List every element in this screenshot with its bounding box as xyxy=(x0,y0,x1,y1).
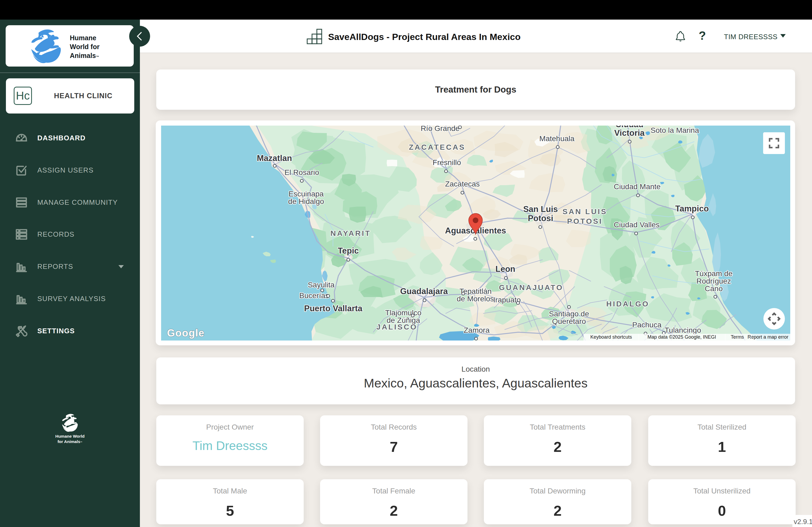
svg-text:Túxpam de: Túxpam de xyxy=(695,269,733,278)
svg-text:Cano: Cano xyxy=(705,284,723,293)
svg-text:Matehuala: Matehuala xyxy=(539,134,575,143)
svg-text:Puerto Vallarta: Puerto Vallarta xyxy=(304,304,362,313)
svg-text:de Zúñiga: de Zúñiga xyxy=(387,316,420,325)
svg-text:El Rosario: El Rosario xyxy=(284,168,319,177)
svg-text:Victoria: Victoria xyxy=(614,128,645,138)
svg-text:Zamora: Zamora xyxy=(464,326,490,334)
svg-text:Pachuca: Pachuca xyxy=(632,321,662,329)
svg-text:Ciudad Valles: Ciudad Valles xyxy=(614,221,660,229)
svg-text:POTOSI: POTOSI xyxy=(567,217,603,225)
svg-text:Fresnillo: Fresnillo xyxy=(433,158,461,167)
svg-text:Mazatlan: Mazatlan xyxy=(257,153,292,163)
svg-text:Tampico: Tampico xyxy=(675,204,709,213)
svg-text:Leon: Leon xyxy=(495,264,515,274)
svg-text:Santiago de: Santiago de xyxy=(549,310,589,318)
svg-text:Zacatecas: Zacatecas xyxy=(445,180,480,188)
svg-text:ZACATECAS: ZACATECAS xyxy=(409,143,465,151)
svg-text:de Hidalgo: de Hidalgo xyxy=(288,197,324,206)
svg-text:de Morelos: de Morelos xyxy=(457,295,494,303)
svg-text:Tlajomulco: Tlajomulco xyxy=(385,308,421,317)
svg-text:SAN LUIS: SAN LUIS xyxy=(563,207,607,216)
svg-text:GUANAJUATO: GUANAJUATO xyxy=(499,283,563,292)
svg-text:Potosi: Potosi xyxy=(528,214,553,223)
svg-text:Terms: Terms xyxy=(731,334,744,340)
svg-text:San Luis: San Luis xyxy=(523,205,558,214)
svg-text:Rodríguez: Rodríguez xyxy=(696,277,731,285)
svg-text:Guadalajara: Guadalajara xyxy=(400,287,448,296)
svg-text:Google: Google xyxy=(167,327,205,338)
svg-text:HIDALGO: HIDALGO xyxy=(606,300,650,308)
svg-text:Bucerías: Bucerías xyxy=(300,291,329,300)
svg-text:Keyboard shortcuts: Keyboard shortcuts xyxy=(590,334,632,340)
svg-text:Soto la Marina: Soto la Marina xyxy=(651,126,699,134)
svg-text:Río Grande: Río Grande xyxy=(421,125,460,133)
svg-text:Tepic: Tepic xyxy=(338,246,359,255)
svg-text:Querétaro: Querétaro xyxy=(552,317,586,326)
svg-text:Tulancingo: Tulancingo xyxy=(665,326,701,334)
svg-text:Ciudad Mante: Ciudad Mante xyxy=(614,182,661,191)
svg-text:Sayulita: Sayulita xyxy=(308,281,335,289)
svg-text:Escuinapa: Escuinapa xyxy=(289,190,324,198)
svg-text:NAYARIT: NAYARIT xyxy=(331,229,371,238)
svg-text:Map data ©2025 Google, INEGI: Map data ©2025 Google, INEGI xyxy=(648,334,716,340)
svg-text:Report a map error: Report a map error xyxy=(748,334,788,340)
